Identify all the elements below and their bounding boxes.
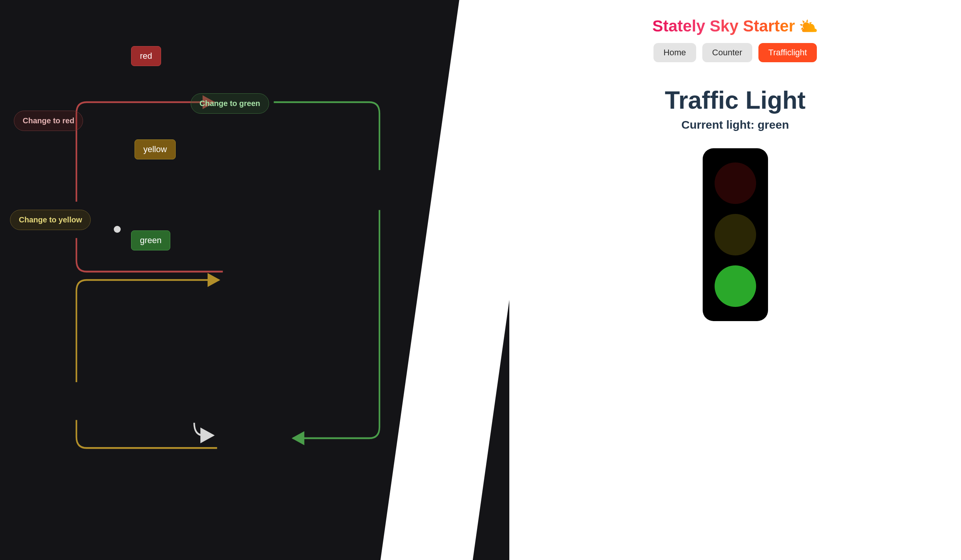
state-label: red [140,51,152,61]
transition-change-to-red[interactable]: Change to red [14,111,83,131]
current-light-status: Current light: green [681,118,789,131]
state-node-red[interactable]: red [131,46,161,66]
nav-item-counter[interactable]: Counter [702,43,752,62]
app-preview-panel: Stately Sky Starter ⛅ Home Counter Traff… [509,0,961,560]
nav-item-home[interactable]: Home [653,43,696,62]
light-red [715,162,756,204]
transition-wires [0,0,509,560]
app-title-text: Stately Sky Starter [652,17,795,35]
state-node-yellow[interactable]: yellow [135,139,176,159]
nav-label: Counter [712,48,742,57]
transition-label: Change to yellow [19,215,82,224]
state-node-green[interactable]: green [131,230,170,250]
nav-item-trafficlight[interactable]: Trafficlight [758,43,817,62]
transition-change-to-green[interactable]: Change to green [191,93,269,114]
state-diagram[interactable]: red yellow green Change to green Change … [0,0,509,560]
page-heading: Traffic Light [665,86,805,114]
transition-label: Change to red [23,116,74,125]
cloud-icon: ⛅ [799,17,818,35]
nav-tabs: Home Counter Trafficlight [653,43,817,62]
initial-state-marker [114,226,121,233]
light-yellow [715,214,756,255]
nav-label: Home [663,48,686,57]
state-label: yellow [143,144,167,154]
light-green [715,265,756,307]
state-diagram-panel: red yellow green Change to green Change … [0,0,509,560]
transition-label: Change to green [200,99,260,108]
nav-label: Trafficlight [768,48,807,57]
transition-change-to-yellow[interactable]: Change to yellow [10,210,91,230]
app-title: Stately Sky Starter ⛅ [652,17,818,35]
traffic-light [703,148,768,321]
state-label: green [140,235,161,245]
